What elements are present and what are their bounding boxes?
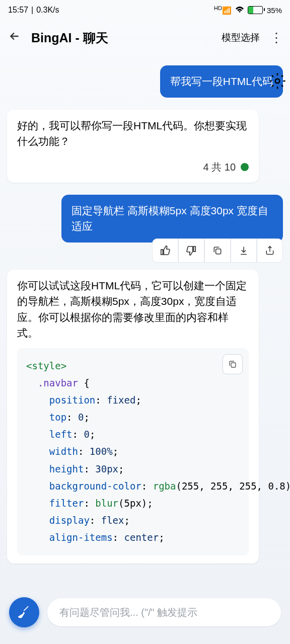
chat-input[interactable]: 有问题尽管问我... ("/" 触发提示 <box>47 598 281 626</box>
code-block: <style> .navbar { position: fixed; top: … <box>17 348 249 555</box>
svg-point-0 <box>275 79 280 84</box>
battery-icon <box>248 6 263 14</box>
model-select-button[interactable]: 模型选择 <box>222 31 260 44</box>
user-bubble: 帮我写一段HTML代码 <box>160 65 283 98</box>
nav-bar: BingAI - 聊天 模型选择 ⋮ <box>0 20 290 55</box>
gear-icon[interactable] <box>269 72 286 93</box>
svg-rect-2 <box>231 363 236 367</box>
assistant-text: 你可以试试这段HTML代码，它可以创建一个固定的导航栏，高斯模糊5px，高度30… <box>17 278 249 341</box>
battery-percent: 35% <box>267 6 282 15</box>
status-net-speed: 0.3K/s <box>36 6 59 15</box>
thumbs-up-button[interactable] <box>152 238 178 263</box>
user-message: 固定导航栏 高斯模糊5px 高度30px 宽度自适应 <box>7 195 283 243</box>
input-placeholder: 有问题尽管问我... ("/" 触发提示 <box>59 606 197 619</box>
user-bubble: 固定导航栏 高斯模糊5px 高度30px 宽度自适应 <box>61 195 283 243</box>
thumbs-down-button[interactable] <box>178 238 204 263</box>
more-menu-icon[interactable]: ⋮ <box>270 30 282 46</box>
quota-text: 4 共 10 <box>203 159 236 175</box>
bottom-bar: 有问题尽管问我... ("/" 触发提示 <box>0 589 290 644</box>
copy-button[interactable] <box>204 238 231 263</box>
new-chat-button[interactable] <box>9 597 39 627</box>
user-message: 帮我写一段HTML代码 <box>7 65 283 98</box>
share-button[interactable] <box>257 238 283 263</box>
action-bar <box>7 238 283 263</box>
wifi-icon <box>235 6 245 15</box>
download-button[interactable] <box>231 238 257 263</box>
status-time: 15:57 <box>8 6 28 15</box>
status-dot-icon <box>241 163 249 171</box>
back-arrow-icon[interactable] <box>8 30 21 46</box>
assistant-bubble: 你可以试试这段HTML代码，它可以创建一个固定的导航栏，高斯模糊5px，高度30… <box>7 270 259 564</box>
svg-rect-1 <box>216 249 221 254</box>
status-bar: 15:57 | 0.3K/s HD📶 35% <box>0 0 290 20</box>
assistant-text: 好的，我可以帮你写一段HTML代码。你想要实现什么功能？ <box>17 118 249 149</box>
quota-indicator: 4 共 10 <box>17 159 249 175</box>
code-copy-button[interactable] <box>223 354 243 374</box>
assistant-message: 好的，我可以帮你写一段HTML代码。你想要实现什么功能？ 4 共 10 <box>7 110 283 183</box>
assistant-message: 你可以试试这段HTML代码，它可以创建一个固定的导航栏，高斯模糊5px，高度30… <box>7 270 283 564</box>
assistant-bubble: 好的，我可以帮你写一段HTML代码。你想要实现什么功能？ 4 共 10 <box>7 110 259 183</box>
chat-area: 帮我写一段HTML代码 好的，我可以帮你写一段HTML代码。你想要实现什么功能？… <box>0 55 290 589</box>
page-title: BingAI - 聊天 <box>31 30 211 46</box>
hd-indicator: HD📶 <box>214 5 232 15</box>
